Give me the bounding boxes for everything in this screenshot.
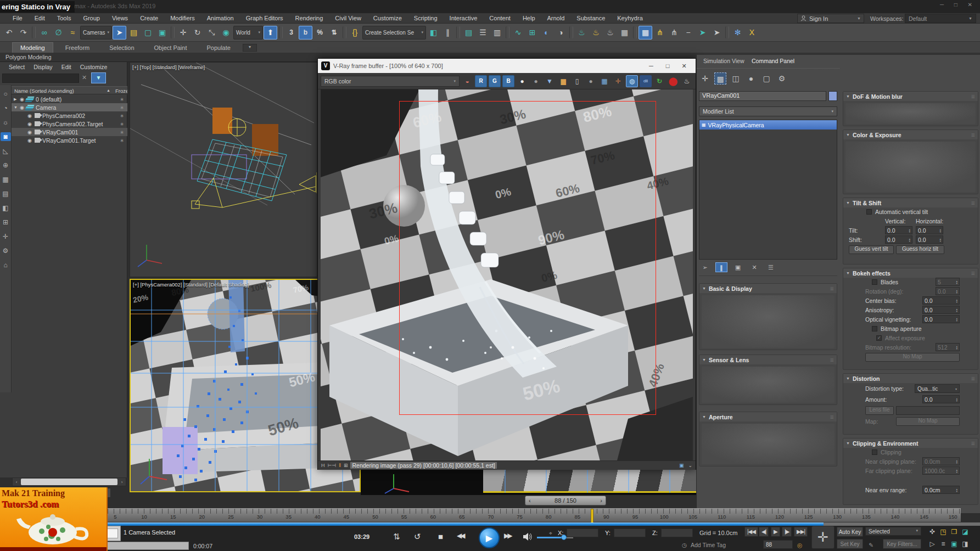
- vfb-tool-icon[interactable]: ↻: [653, 75, 665, 87]
- current-frame-marker[interactable]: [591, 509, 593, 523]
- explorer-column-headers[interactable]: Name (Sorted Ascending) ▲ Frozen: [0, 86, 127, 94]
- scroll-left-icon[interactable]: ‹: [13, 480, 20, 485]
- toolbar-icon[interactable]: [171, 26, 175, 38]
- explorer-row[interactable]: ◉ VRayCam001 ∗: [12, 128, 127, 136]
- affect-exposure-checkbox[interactable]: [876, 335, 882, 341]
- stack-tool-icon[interactable]: ∥: [715, 262, 727, 272]
- explorer-menu-item[interactable]: Display: [30, 63, 55, 71]
- toolbar-icon[interactable]: ♨: [575, 26, 589, 40]
- far-clipping-spinner[interactable]: 1000.0c: [922, 466, 960, 475]
- vfb-tool-icon[interactable]: ◒: [461, 75, 473, 87]
- set-key-button[interactable]: Set Key: [837, 539, 863, 549]
- menu-item[interactable]: Keyhydra: [611, 14, 648, 23]
- side-tool-icon[interactable]: ⊕: [1, 161, 11, 170]
- anisotropy-spinner[interactable]: 0.0: [922, 306, 960, 314]
- toolbar-icon[interactable]: ↻: [191, 26, 204, 40]
- ribbon-tab[interactable]: Modeling: [12, 42, 53, 53]
- rollout-header[interactable]: ▼DoF & Motion blur≣: [843, 92, 978, 101]
- rewind-icon[interactable]: ◀◀: [457, 532, 463, 539]
- toolbar-icon[interactable]: ▤: [462, 26, 475, 40]
- ribbon-tab[interactable]: Freeform: [58, 43, 98, 53]
- close-icon[interactable]: ✕: [676, 63, 692, 70]
- side-tool-icon[interactable]: ▤: [1, 189, 11, 198]
- expand-icon[interactable]: ▣: [679, 463, 684, 468]
- go-to-start-button[interactable]: |◀◀: [744, 527, 758, 537]
- vfb-tool-icon[interactable]: dll: [640, 75, 652, 87]
- explorer-menu-item[interactable]: Edit: [58, 63, 75, 71]
- modifier-stack[interactable]: ▦VRayPhysicalCamera: [699, 120, 837, 260]
- vfb-tool-icon[interactable]: ✛: [612, 75, 624, 87]
- vfb-tool-icon[interactable]: ▆: [557, 75, 569, 87]
- toolbar-icon[interactable]: −: [681, 26, 695, 40]
- clear-search-icon[interactable]: ✕: [82, 74, 87, 81]
- vfb-tool-icon[interactable]: ⬤: [667, 75, 679, 87]
- toolbar-icon[interactable]: ▤: [127, 26, 141, 40]
- rollout-header[interactable]: ▼Bokeh effects≣: [843, 268, 978, 278]
- auto-vertical-tilt-checkbox[interactable]: [866, 209, 872, 215]
- auto-key-button[interactable]: Auto Key: [837, 527, 863, 537]
- toolbar-icon[interactable]: X: [745, 26, 759, 40]
- filter-icon[interactable]: ▼: [91, 72, 106, 83]
- workspace-select[interactable]: Default ▼: [905, 14, 976, 23]
- toolbar-icon[interactable]: ▥: [490, 26, 504, 40]
- side-tool-icon[interactable]: ◔: [1, 104, 11, 113]
- explorer-row[interactable]: ◉ PhysCamera002 ∗: [12, 111, 127, 120]
- expand-arrow-icon[interactable]: ▼: [12, 105, 18, 109]
- viewport-top-wireframe[interactable]: [+] [Top] [Standard] [Wireframe]: [130, 62, 317, 277]
- modifier-stack-row[interactable]: ▦VRayPhysicalCamera: [699, 120, 837, 130]
- menu-item[interactable]: Help: [517, 14, 541, 23]
- rollout-header[interactable]: ▼Color & Exposure≣: [843, 130, 978, 139]
- vfb-tool-icon[interactable]: ▼: [544, 75, 556, 87]
- status-tool-icon[interactable]: ✜: [927, 527, 938, 537]
- status-tool-icon[interactable]: ▷: [927, 539, 938, 549]
- menu-item[interactable]: Modifiers: [164, 14, 201, 23]
- vignetting-spinner[interactable]: 0.0: [922, 315, 960, 323]
- frozen-icon[interactable]: ∗: [120, 113, 124, 119]
- lens-file-button[interactable]: Lens file: [865, 406, 894, 415]
- blades-spinner[interactable]: 5: [936, 278, 960, 286]
- guess-horiz-tilt-button[interactable]: Guess horiz tilt: [896, 245, 944, 254]
- toolbar-icon[interactable]: ◑: [554, 26, 568, 40]
- panel-category-icon[interactable]: ●: [745, 72, 757, 85]
- toolbar-icon[interactable]: ⋔: [667, 26, 681, 40]
- stop-icon[interactable]: ■: [438, 532, 443, 541]
- toolbar-icon[interactable]: ∞: [37, 26, 51, 40]
- toolbar-icon[interactable]: {}: [348, 26, 362, 40]
- toolbar-icon[interactable]: ➤: [696, 26, 709, 40]
- next-frame-button[interactable]: |▶: [782, 527, 792, 537]
- vfb-tool-icon[interactable]: R: [475, 75, 487, 87]
- toolbar-icon[interactable]: ➤: [113, 26, 126, 40]
- toolbar-icon[interactable]: Create Selection Se: [362, 26, 426, 40]
- target-icon[interactable]: ⌖: [549, 530, 552, 537]
- explorer-row[interactable]: ▶ ◉ 0 (default) ∗: [12, 95, 127, 103]
- x-coordinate-field[interactable]: [567, 528, 598, 537]
- toolbar-icon[interactable]: ♨: [603, 26, 617, 40]
- menu-item[interactable]: Substance: [570, 14, 611, 23]
- side-tool-icon[interactable]: ⊞: [1, 218, 11, 227]
- set-key-filters-icon[interactable]: ✎: [869, 542, 873, 548]
- shift-horizontal-spinner[interactable]: 0.0: [916, 235, 943, 244]
- ribbon-tab[interactable]: Object Paint: [147, 43, 195, 53]
- panel-category-icon[interactable]: ▩: [714, 72, 726, 85]
- menu-item[interactable]: Arnold: [541, 14, 571, 23]
- side-tool-icon[interactable]: ◧: [1, 204, 11, 212]
- toolbar-icon[interactable]: ⬆: [264, 26, 277, 40]
- toolbar-icon[interactable]: [32, 26, 36, 38]
- vfb-status-icon[interactable]: ⊢⊣: [328, 463, 337, 468]
- toolbar-icon[interactable]: ▣: [155, 26, 169, 40]
- toolbar-icon[interactable]: ⋔: [653, 26, 667, 40]
- expand-arrow-icon[interactable]: ▶: [12, 97, 18, 102]
- status-tool-icon[interactable]: ◪: [960, 527, 971, 537]
- explorer-row[interactable]: ◉ PhysCamera002.Target ∗: [12, 120, 127, 128]
- frozen-column-header[interactable]: Frozen: [115, 88, 127, 94]
- prev-frame-icon[interactable]: ‹: [529, 497, 531, 504]
- next-frame-icon[interactable]: ›: [600, 497, 602, 504]
- sign-in-button[interactable]: Sign In ▼: [797, 14, 864, 23]
- frozen-icon[interactable]: ∗: [120, 138, 124, 143]
- toolbar-icon[interactable]: %: [313, 26, 327, 40]
- toolbar-icon[interactable]: ∅: [52, 26, 65, 40]
- z-coordinate-field[interactable]: [661, 528, 693, 537]
- menu-item[interactable]: File: [7, 14, 29, 23]
- vfb-status-icon[interactable]: ‖: [339, 463, 341, 468]
- minimize-icon[interactable]: ─: [643, 63, 659, 70]
